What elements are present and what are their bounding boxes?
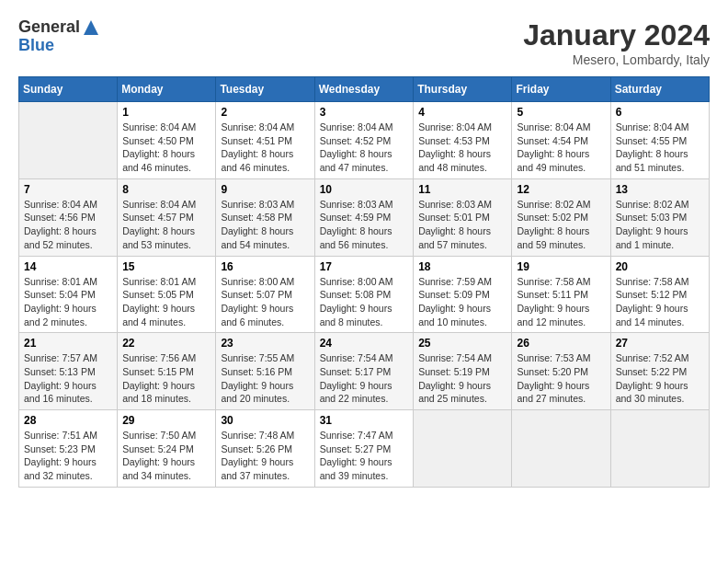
day-number: 7 [24,183,112,196]
day-number: 11 [418,183,506,196]
title-block: January 2024 Mesero, Lombardy, Italy [523,18,710,67]
day-info: Sunrise: 8:03 AMSunset: 4:59 PMDaylight:… [320,198,409,252]
day-info: Sunrise: 8:03 AMSunset: 5:01 PMDaylight:… [418,198,506,252]
day-info: Sunrise: 7:50 AMSunset: 5:24 PMDaylight:… [122,429,210,483]
calendar-cell: 31Sunrise: 7:47 AMSunset: 5:27 PMDayligh… [314,410,414,488]
day-info: Sunrise: 7:54 AMSunset: 5:17 PMDaylight:… [320,351,409,406]
day-number: 17 [320,260,409,273]
week-row-2: 7Sunrise: 8:04 AMSunset: 4:56 PMDaylight… [19,178,710,256]
day-info: Sunrise: 8:04 AMSunset: 4:54 PMDaylight:… [517,121,605,175]
calendar-cell: 20Sunrise: 7:58 AMSunset: 5:12 PMDayligh… [610,256,709,333]
calendar-cell: 21Sunrise: 7:57 AMSunset: 5:13 PMDayligh… [19,333,118,410]
calendar-cell: 18Sunrise: 7:59 AMSunset: 5:09 PMDayligh… [414,256,512,333]
header-sunday: Sunday [19,77,118,102]
day-number: 18 [418,260,506,273]
calendar-cell: 23Sunrise: 7:55 AMSunset: 5:16 PMDayligh… [216,333,314,410]
page-header: General Blue January 2024 Mesero, Lombar… [18,18,710,67]
day-number: 15 [122,260,210,273]
calendar-cell: 2Sunrise: 8:04 AMSunset: 4:51 PMDaylight… [216,102,314,179]
header-friday: Friday [512,77,610,102]
day-info: Sunrise: 8:02 AMSunset: 5:03 PMDaylight:… [616,198,704,252]
calendar-cell: 10Sunrise: 8:03 AMSunset: 4:59 PMDayligh… [314,178,414,256]
day-info: Sunrise: 8:01 AMSunset: 5:05 PMDaylight:… [122,275,210,329]
day-info: Sunrise: 7:58 AMSunset: 5:12 PMDaylight:… [616,275,704,329]
header-row: SundayMondayTuesdayWednesdayThursdayFrid… [19,77,710,102]
day-number: 27 [616,337,704,350]
calendar-cell: 22Sunrise: 7:56 AMSunset: 5:15 PMDayligh… [118,333,216,410]
calendar-cell [19,102,118,179]
logo-blue-text: Blue [18,37,100,55]
day-number: 12 [517,183,605,196]
day-info: Sunrise: 8:04 AMSunset: 4:50 PMDaylight:… [122,121,210,175]
calendar-cell: 27Sunrise: 7:52 AMSunset: 5:22 PMDayligh… [610,333,709,410]
week-row-4: 21Sunrise: 7:57 AMSunset: 5:13 PMDayligh… [19,333,710,410]
day-info: Sunrise: 7:52 AMSunset: 5:22 PMDaylight:… [616,351,704,406]
day-number: 21 [24,337,112,350]
day-info: Sunrise: 7:51 AMSunset: 5:23 PMDaylight:… [24,429,112,483]
calendar-cell: 30Sunrise: 7:48 AMSunset: 5:26 PMDayligh… [216,410,314,488]
calendar-cell: 14Sunrise: 8:01 AMSunset: 5:04 PMDayligh… [19,256,118,333]
day-info: Sunrise: 8:00 AMSunset: 5:07 PMDaylight:… [221,275,309,329]
header-monday: Monday [118,77,216,102]
calendar-cell: 11Sunrise: 8:03 AMSunset: 5:01 PMDayligh… [414,178,512,256]
day-number: 19 [517,260,605,273]
calendar-cell: 13Sunrise: 8:02 AMSunset: 5:03 PMDayligh… [610,178,709,256]
calendar-cell: 17Sunrise: 8:00 AMSunset: 5:08 PMDayligh… [314,256,414,333]
day-info: Sunrise: 8:02 AMSunset: 5:02 PMDaylight:… [517,198,605,252]
logo: General Blue [18,18,100,55]
calendar-cell: 6Sunrise: 8:04 AMSunset: 4:55 PMDaylight… [610,102,709,179]
calendar-cell: 5Sunrise: 8:04 AMSunset: 4:54 PMDaylight… [512,102,610,179]
calendar-cell: 16Sunrise: 8:00 AMSunset: 5:07 PMDayligh… [216,256,314,333]
day-number: 10 [320,183,409,196]
day-number: 25 [418,337,506,350]
calendar-cell: 9Sunrise: 8:03 AMSunset: 4:58 PMDaylight… [216,178,314,256]
day-info: Sunrise: 7:54 AMSunset: 5:19 PMDaylight:… [418,351,506,406]
header-wednesday: Wednesday [314,77,414,102]
day-number: 29 [122,414,210,427]
calendar-cell: 26Sunrise: 7:53 AMSunset: 5:20 PMDayligh… [512,333,610,410]
calendar-cell: 7Sunrise: 8:04 AMSunset: 4:56 PMDaylight… [19,178,118,256]
day-number: 1 [122,106,210,119]
day-number: 23 [221,337,309,350]
day-number: 9 [221,183,309,196]
day-number: 14 [24,260,112,273]
day-info: Sunrise: 8:03 AMSunset: 4:58 PMDaylight:… [221,198,309,252]
calendar-cell: 15Sunrise: 8:01 AMSunset: 5:05 PMDayligh… [118,256,216,333]
day-number: 26 [517,337,605,350]
calendar-cell: 8Sunrise: 8:04 AMSunset: 4:57 PMDaylight… [118,178,216,256]
header-saturday: Saturday [610,77,709,102]
day-number: 2 [221,106,309,119]
calendar-cell: 24Sunrise: 7:54 AMSunset: 5:17 PMDayligh… [314,333,414,410]
calendar-cell: 12Sunrise: 8:02 AMSunset: 5:02 PMDayligh… [512,178,610,256]
logo-icon [82,18,100,37]
day-number: 8 [122,183,210,196]
day-info: Sunrise: 8:04 AMSunset: 4:52 PMDaylight:… [320,121,409,175]
week-row-5: 28Sunrise: 7:51 AMSunset: 5:23 PMDayligh… [19,410,710,488]
calendar-cell [512,410,610,488]
day-number: 24 [320,337,409,350]
day-number: 5 [517,106,605,119]
day-info: Sunrise: 8:04 AMSunset: 4:53 PMDaylight:… [418,121,506,175]
day-number: 20 [616,260,704,273]
header-tuesday: Tuesday [216,77,314,102]
day-number: 3 [320,106,409,119]
day-number: 4 [418,106,506,119]
day-info: Sunrise: 7:59 AMSunset: 5:09 PMDaylight:… [418,275,506,329]
day-info: Sunrise: 8:04 AMSunset: 4:51 PMDaylight:… [221,121,309,175]
calendar-subtitle: Mesero, Lombardy, Italy [523,52,710,67]
day-info: Sunrise: 7:48 AMSunset: 5:26 PMDaylight:… [221,429,309,483]
day-info: Sunrise: 7:58 AMSunset: 5:11 PMDaylight:… [517,275,605,329]
day-info: Sunrise: 8:01 AMSunset: 5:04 PMDaylight:… [24,275,112,329]
week-row-1: 1Sunrise: 8:04 AMSunset: 4:50 PMDaylight… [19,102,710,179]
day-number: 6 [616,106,704,119]
calendar-cell: 4Sunrise: 8:04 AMSunset: 4:53 PMDaylight… [414,102,512,179]
calendar-cell: 29Sunrise: 7:50 AMSunset: 5:24 PMDayligh… [118,410,216,488]
day-info: Sunrise: 7:57 AMSunset: 5:13 PMDaylight:… [24,351,112,406]
header-thursday: Thursday [414,77,512,102]
calendar-cell: 28Sunrise: 7:51 AMSunset: 5:23 PMDayligh… [19,410,118,488]
day-info: Sunrise: 8:04 AMSunset: 4:57 PMDaylight:… [122,198,210,252]
calendar-cell: 3Sunrise: 8:04 AMSunset: 4:52 PMDaylight… [314,102,414,179]
day-number: 28 [24,414,112,427]
day-number: 31 [320,414,409,427]
day-info: Sunrise: 7:53 AMSunset: 5:20 PMDaylight:… [517,351,605,406]
